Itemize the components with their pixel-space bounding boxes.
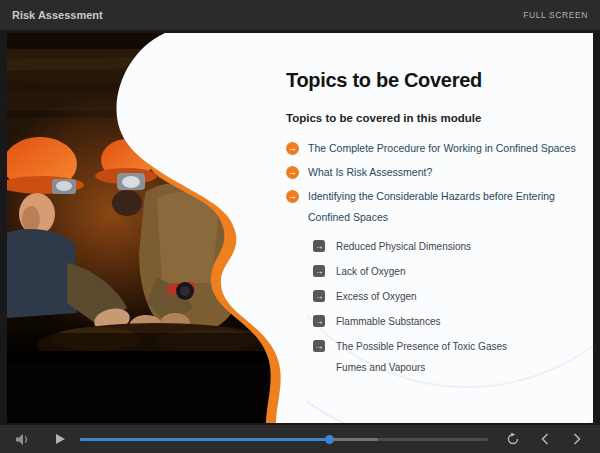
subtopic-item: → Lack of Oxygen <box>310 261 585 282</box>
orange-arrow-icon: → <box>286 142 299 155</box>
play-icon <box>56 434 65 444</box>
subtopic-label: Excess of Oxygen <box>336 286 417 307</box>
subtopic-item: → Reduced Physical Dimensions <box>310 236 585 257</box>
topic-item: → Identifying the Considerable Hazards b… <box>283 186 585 228</box>
slide-subtitle: Topics to be covered in this module <box>286 112 585 124</box>
gray-arrow-icon: → <box>313 265 325 277</box>
subtopic-label: The Possible Presence of Toxic Gases Fum… <box>336 336 528 378</box>
slide-title: Topics to be Covered <box>286 69 585 92</box>
seek-played <box>80 438 329 441</box>
subtopic-label: Reduced Physical Dimensions <box>336 236 471 257</box>
topic-item: → What Is Risk Assessment? <box>283 162 585 183</box>
player-stage: Topics to be Covered Topics to be covere… <box>0 30 600 425</box>
replay-button[interactable] <box>502 430 524 448</box>
subtopic-item: → The Possible Presence of Toxic Gases F… <box>310 336 585 378</box>
topic-label: The Complete Procedure for Working in Co… <box>308 138 576 159</box>
chevron-right-icon <box>572 432 582 446</box>
slide-content: Topics to be Covered Topics to be covere… <box>283 63 585 382</box>
replay-icon <box>506 432 520 446</box>
miners-photo-illustration <box>7 33 307 423</box>
seek-bar[interactable] <box>80 432 488 446</box>
course-title: Risk Assessment <box>12 9 103 21</box>
slide-photo-miners <box>7 33 307 423</box>
subtopic-label: Flammable Substances <box>336 311 441 332</box>
gray-arrow-icon: → <box>313 340 325 352</box>
orange-arrow-icon: → <box>286 190 299 203</box>
next-button[interactable] <box>566 430 588 448</box>
gray-arrow-icon: → <box>313 240 325 252</box>
fullscreen-button[interactable]: FULL SCREEN <box>523 10 588 20</box>
gray-arrow-icon: → <box>313 315 325 327</box>
gray-arrow-icon: → <box>313 290 325 302</box>
topic-label: What Is Risk Assessment? <box>308 162 432 183</box>
transport-buttons <box>502 430 588 448</box>
player-control-bar <box>0 425 600 453</box>
previous-button[interactable] <box>534 430 556 448</box>
topic-item: → The Complete Procedure for Working in … <box>283 138 585 159</box>
topic-label: Identifying the Considerable Hazards bef… <box>308 186 580 228</box>
subtopic-label: Lack of Oxygen <box>336 261 405 282</box>
subtopic-item: → Flammable Substances <box>310 311 585 332</box>
subtopic-item: → Excess of Oxygen <box>310 286 585 307</box>
player-top-bar: Risk Assessment FULL SCREEN <box>0 0 600 30</box>
subtopic-list: → Reduced Physical Dimensions → Lack of … <box>310 236 585 378</box>
volume-icon[interactable] <box>12 431 34 447</box>
slide: Topics to be Covered Topics to be covere… <box>7 33 593 423</box>
play-button[interactable] <box>50 431 70 447</box>
orange-arrow-icon: → <box>286 166 299 179</box>
chevron-left-icon <box>540 432 550 446</box>
seek-handle[interactable] <box>325 435 334 444</box>
